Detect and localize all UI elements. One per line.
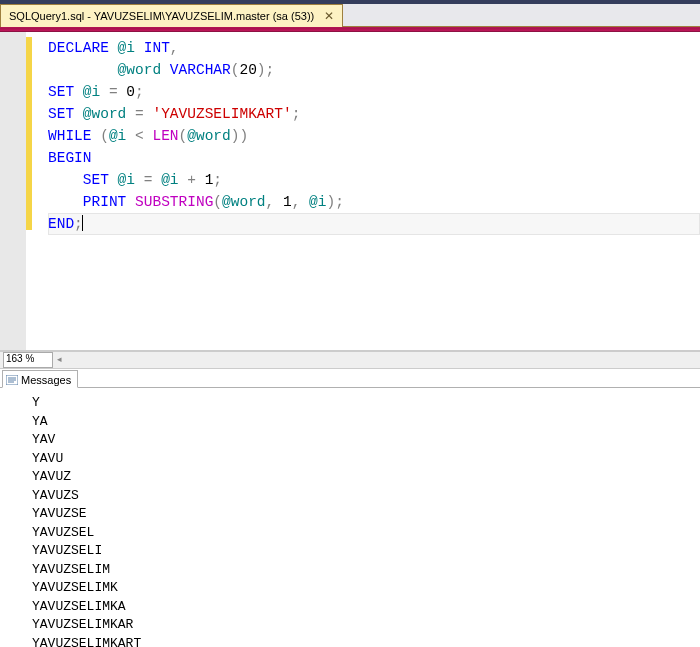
code-line: @word VARCHAR(20);	[48, 59, 700, 81]
close-icon[interactable]: ✕	[322, 9, 336, 23]
code-line: SET @i = @i + 1;	[48, 169, 700, 191]
splitter-handle[interactable]: ◂	[57, 354, 61, 366]
message-line: YA	[32, 413, 700, 432]
messages-output[interactable]: Y YA YAV YAVU YAVUZ YAVUZS YAVUZSE YAVUZ…	[0, 388, 700, 647]
message-line: YAVUZSELIMKART	[32, 635, 700, 648]
code-line-current: END;	[48, 213, 700, 235]
message-line: YAVUZ	[32, 468, 700, 487]
document-tab-active[interactable]: SQLQuery1.sql - YAVUZSELIM\YAVUZSELIM.ma…	[0, 4, 343, 27]
message-line: YAVUZSELIM	[32, 561, 700, 580]
code-line: WHILE (@i < LEN(@word))	[48, 125, 700, 147]
message-line: Y	[32, 394, 700, 413]
code-text-area[interactable]: DECLARE @i INT, @word VARCHAR(20); SET @…	[32, 32, 700, 350]
message-line: YAVUZSELI	[32, 542, 700, 561]
editor-gutter	[0, 32, 26, 350]
message-line: YAVUZS	[32, 487, 700, 506]
message-line: YAV	[32, 431, 700, 450]
zoom-select[interactable]: 163 %	[3, 352, 53, 368]
document-tab-title: SQLQuery1.sql - YAVUZSELIM\YAVUZSELIM.ma…	[9, 10, 314, 22]
tab-messages[interactable]: Messages	[2, 370, 78, 388]
code-line: BEGIN	[48, 147, 700, 169]
results-tab-row: Messages	[0, 369, 700, 388]
message-line: YAVUZSEL	[32, 524, 700, 543]
code-line: DECLARE @i INT,	[48, 37, 700, 59]
editor-status-bar: 163 % ◂	[0, 351, 700, 369]
message-line: YAVUZSE	[32, 505, 700, 524]
message-line: YAVU	[32, 450, 700, 469]
message-line: YAVUZSELIMK	[32, 579, 700, 598]
message-line: YAVUZSELIMKA	[32, 598, 700, 617]
messages-tab-label: Messages	[21, 374, 71, 386]
message-line: YAVUZSELIMKAR	[32, 616, 700, 635]
code-line: PRINT SUBSTRING(@word, 1, @i);	[48, 191, 700, 213]
code-line: SET @word = 'YAVUZSELIMKART';	[48, 103, 700, 125]
text-cursor	[82, 215, 83, 231]
document-tab-bar: SQLQuery1.sql - YAVUZSELIM\YAVUZSELIM.ma…	[0, 4, 700, 27]
code-line: SET @i = 0;	[48, 81, 700, 103]
messages-icon	[6, 375, 18, 385]
code-editor[interactable]: DECLARE @i INT, @word VARCHAR(20); SET @…	[0, 32, 700, 351]
